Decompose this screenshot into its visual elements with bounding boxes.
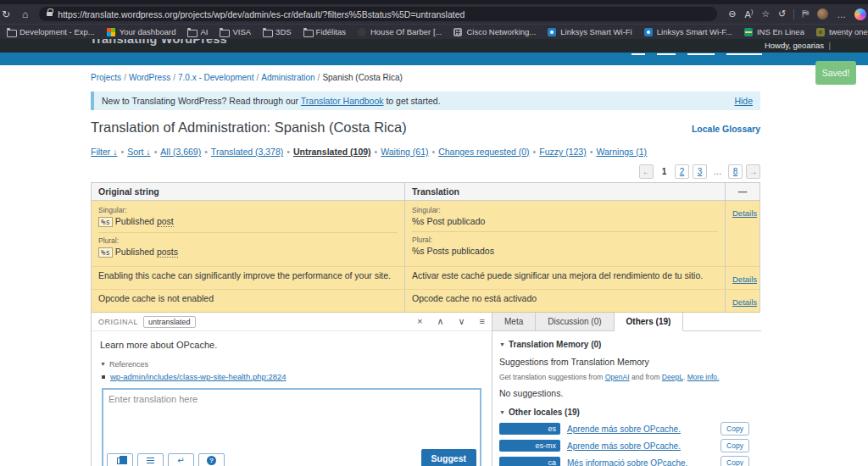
url-text[interactable]: https://translate.wordpress.org/projects… [58, 9, 465, 19]
tab-others[interactable]: Others (19) [615, 313, 684, 331]
collapse-caret-icon[interactable]: ▼ [499, 409, 505, 415]
help-button[interactable]: ? [198, 453, 225, 466]
bookmark-item[interactable]: Linksys Smart Wi-F... [644, 27, 732, 36]
tab-discussion[interactable]: Discussion (0) [536, 313, 614, 330]
next-page-button[interactable]: → [746, 164, 760, 179]
site-favicon [358, 28, 366, 36]
prev-page-button[interactable]: ← [639, 164, 654, 179]
glossary-term[interactable]: post [157, 216, 174, 227]
nav-item-mark[interactable] [687, 53, 715, 55]
formatting-button[interactable] [137, 453, 164, 466]
more-info-link[interactable]: More info. [687, 373, 720, 381]
address-bar[interactable]: https://translate.wordpress.org/projects… [39, 7, 717, 21]
filter-warnings[interactable]: Warnings (1) [596, 147, 647, 157]
panel-tabs: Meta Discussion (0) Others (19) [492, 313, 761, 331]
bookmark-item[interactable]: INS En Linea [744, 27, 804, 36]
zoom-out-icon[interactable]: ⊖ [728, 8, 736, 19]
locale-row: ca Més informació sobre OPcache. Copy [499, 456, 754, 466]
settings-more-icon[interactable]: … [837, 9, 846, 19]
folder-icon [187, 28, 196, 36]
bookmark-item[interactable]: twenty one pilots -... [816, 27, 868, 36]
handbook-notice: New to Translating WordPress? Read throu… [91, 92, 760, 110]
locale-badge[interactable]: es-mx [499, 440, 560, 452]
glossary-term[interactable]: posts [157, 247, 178, 258]
tab-meta[interactable]: Meta [492, 313, 536, 330]
bookmark-item[interactable]: VISA [220, 27, 251, 36]
table-row[interactable]: Singular: %sPublished post Plural: %sPub… [92, 201, 760, 266]
howdy-account-link[interactable]: Howdy, geoarias [765, 41, 824, 50]
collapse-caret-icon[interactable]: ▼ [499, 341, 505, 347]
bookmark-item[interactable]: Cisco Networking... [453, 27, 536, 36]
col-original-string: Original string [92, 183, 405, 200]
bookmark-item[interactable]: 3DS [263, 27, 291, 36]
table-row[interactable]: Enabling this cache can significantly im… [92, 266, 760, 289]
translation-textarea[interactable] [103, 390, 480, 446]
insert-newline-button[interactable]: ↵ [168, 453, 194, 466]
filter-fuzzy[interactable]: Fuzzy (123) [539, 147, 586, 157]
copilot-icon[interactable] [854, 8, 866, 20]
filter-changes-requested[interactable]: Changes requested (0) [438, 147, 529, 157]
read-aloud-icon[interactable]: A) [745, 8, 754, 19]
page-ellipsis: … [710, 164, 725, 179]
bookmark-item[interactable]: Development - Exp... [7, 27, 95, 36]
collections-icon[interactable]: ↺ [778, 8, 786, 19]
copy-button[interactable]: Copy [721, 439, 749, 452]
bookmark-item[interactable]: Your dashboard [107, 27, 176, 36]
breadcrumb-administration[interactable]: Administration [261, 73, 314, 82]
bookmark-item[interactable]: Linksys Smart Wi-Fi [548, 27, 632, 36]
reference-link[interactable]: wp-admin/includes/class-wp-site-health.p… [110, 372, 287, 381]
deepl-link[interactable]: DeepL [662, 373, 683, 381]
chevron-down-icon[interactable]: ∨ [459, 317, 465, 326]
nav-item-mark[interactable] [726, 53, 762, 55]
copy-original-button[interactable] [107, 453, 133, 466]
filter-waiting[interactable]: Waiting (61) [381, 147, 428, 157]
filter-all[interactable]: All (3,669) [160, 147, 201, 157]
bookmark-item[interactable]: AI [187, 27, 208, 36]
home-icon[interactable]: ⌂ [22, 8, 28, 20]
locale-translation-link[interactable]: Aprende más sobre OPcache. [567, 441, 714, 451]
locale-badge[interactable]: es [499, 423, 560, 435]
suggest-button[interactable]: Suggest [421, 449, 476, 466]
col-translation: Translation [405, 183, 726, 200]
openai-link[interactable]: OpenAI [605, 373, 630, 381]
breadcrumb-dev[interactable]: 7.0.x - Development [178, 73, 254, 82]
nav-item-mark[interactable] [657, 53, 676, 55]
hide-notice-link[interactable]: Hide [734, 96, 753, 106]
reload-icon[interactable]: ↻ [2, 8, 10, 20]
table-row[interactable]: Opcode cache is not enabled Opcode cache… [92, 289, 760, 312]
locale-translation-link[interactable]: Més informació sobre OPcache. [567, 458, 714, 466]
filter-translated[interactable]: Translated (3,378) [211, 147, 283, 157]
filter-toggle[interactable]: Filter ↓ [91, 147, 118, 157]
details-link[interactable]: Details [732, 275, 757, 284]
profile-avatar[interactable] [817, 8, 828, 19]
page-3-button[interactable]: 3 [693, 164, 707, 179]
locale-translation-link[interactable]: Aprende más sobre OPcache. [567, 424, 714, 434]
site-favicon [744, 28, 753, 36]
menu-icon[interactable]: ≡ [480, 317, 485, 326]
filter-untranslated[interactable]: Untranslated (109) [293, 147, 371, 157]
favorites-bar-icon[interactable]: ⛿ [802, 8, 809, 19]
close-editor-icon[interactable]: × [417, 317, 422, 326]
translator-handbook-link[interactable]: Translator Handbook [301, 96, 384, 106]
nav-item-mark[interactable] [632, 53, 645, 55]
sort-toggle[interactable]: Sort ↓ [127, 147, 150, 157]
favorite-star-icon[interactable]: ☆ [761, 8, 770, 19]
page-2-button[interactable]: 2 [675, 164, 689, 179]
page-8-button[interactable]: 8 [728, 164, 743, 179]
details-link[interactable]: Details [732, 208, 757, 218]
copy-button[interactable]: Copy [721, 456, 749, 466]
locale-glossary-link[interactable]: Locale Glossary [692, 124, 760, 134]
original-label: ORIGINAL [98, 318, 138, 326]
breadcrumb-projects[interactable]: Projects [91, 73, 121, 82]
collapse-caret-icon[interactable]: ▼ [100, 361, 106, 367]
copy-button[interactable]: Copy [721, 422, 749, 435]
breadcrumb-wordpress[interactable]: WordPress [129, 73, 170, 82]
locale-row: es Aprende más sobre OPcache. Copy [499, 422, 754, 435]
chevron-up-icon[interactable]: ∧ [437, 317, 443, 326]
locale-badge[interactable]: ca [499, 457, 560, 466]
site-nav-menu[interactable] [632, 53, 762, 55]
bookmark-item[interactable]: House Of Barber [... [358, 27, 442, 36]
site-title[interactable]: Translating WordPress [90, 39, 227, 46]
details-link[interactable]: Details [732, 297, 757, 307]
bookmark-item[interactable]: Fidélitas [303, 27, 346, 36]
